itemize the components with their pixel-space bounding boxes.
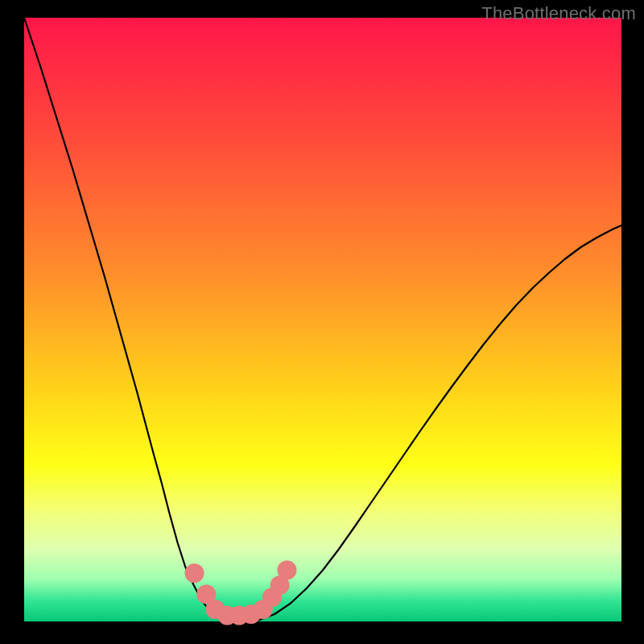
watermark-text: TheBottleneck.com (481, 3, 636, 24)
chart-stage: TheBottleneck.com (0, 0, 644, 644)
chart-canvas (0, 0, 644, 644)
marker-dot (277, 560, 296, 580)
marker-dot (184, 564, 204, 583)
plot-background (24, 18, 621, 621)
